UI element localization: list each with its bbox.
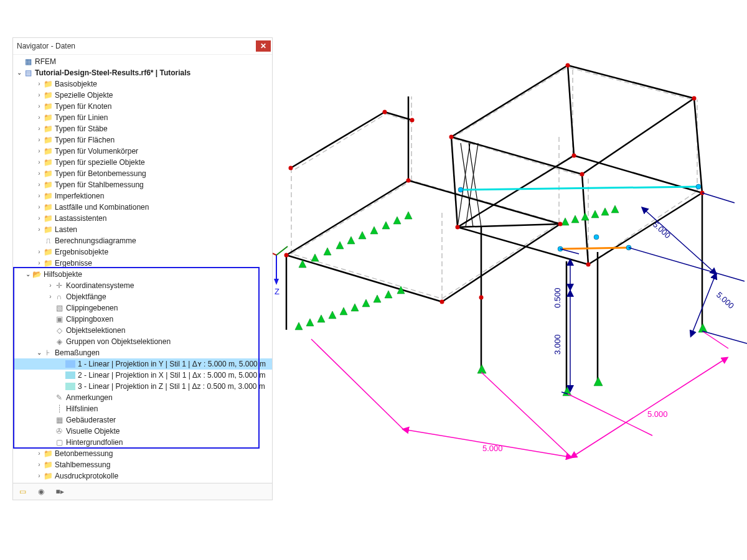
expand-arrow-icon[interactable]: › — [35, 179, 43, 190]
tree-folder[interactable]: ›📁Typen für Knoten — [14, 101, 272, 112]
tree-dimension-item[interactable]: ·1 - Linear | Projektion in Y | Stil 1 |… — [14, 358, 272, 370]
folder-icon: 📁 — [43, 90, 53, 100]
expand-arrow-icon[interactable]: › — [35, 459, 43, 470]
expand-arrow-icon[interactable]: › — [35, 90, 43, 101]
tree-item[interactable]: ›✛Koordinatensysteme — [14, 280, 272, 291]
tree-label: Typen für Flächen — [55, 134, 115, 146]
expand-arrow-icon[interactable]: › — [35, 190, 43, 202]
folder-icon: 📁 — [43, 449, 53, 459]
tree-item-berechnungsdiagramme[interactable]: ▸ ⎍ Berechnungsdiagramme — [14, 235, 272, 246]
close-button[interactable]: ✕ — [256, 40, 271, 52]
tree-item[interactable]: ›┊Hilfslinien — [14, 403, 272, 414]
tree-folder[interactable]: ›📁Typen für Flächen — [14, 134, 272, 146]
tree-label: Typen für Knoten — [55, 101, 111, 112]
svg-point-12 — [580, 172, 585, 177]
tree-item[interactable]: ›✎Anmerkungen — [14, 392, 272, 403]
expand-arrow-icon[interactable]: › — [47, 291, 54, 302]
tree-label: Spezielle Objekte — [55, 90, 113, 101]
tree-item[interactable]: ›∩Objektfänge — [14, 291, 272, 302]
folder-icon: 📁 — [43, 258, 53, 268]
expand-arrow-icon[interactable]: › — [35, 101, 43, 112]
footer-camera-button[interactable]: ■▸ — [53, 485, 67, 498]
dim-z2: 3.000 — [553, 334, 562, 355]
expand-arrow-icon[interactable]: › — [35, 157, 43, 168]
svg-point-14 — [572, 154, 576, 158]
expand-arrow-icon[interactable]: › — [35, 146, 43, 157]
folder-icon: 📁 — [43, 202, 53, 212]
tree-folder[interactable]: ›📁Typen für Linien — [14, 112, 272, 123]
expand-arrow-icon[interactable]: › — [35, 470, 43, 482]
folder-icon: 📁 — [43, 471, 53, 481]
expand-arrow-icon[interactable]: › — [47, 280, 54, 291]
expand-arrow-icon[interactable]: › — [35, 112, 43, 123]
tree-dimension-item[interactable]: ·2 - Linear | Projektion in X | Stil 1 |… — [14, 370, 272, 381]
footer-comment-button[interactable]: ▭ — [16, 485, 29, 498]
tree-folder[interactable]: ›📁Lastassistenten — [14, 213, 272, 224]
expand-arrow-icon[interactable]: › — [35, 246, 43, 258]
folder-icon: 📁 — [43, 247, 53, 257]
tree-item[interactable]: ›▣Clippingboxen — [14, 314, 272, 325]
tree-label: Ergebnisobjekte — [55, 246, 108, 258]
svg-line-29 — [702, 331, 728, 348]
tree-item[interactable]: ›▢Hintergrundfolien — [14, 437, 272, 448]
tree-label: Ergebnisse — [55, 258, 92, 269]
tree-item[interactable]: ›◈Gruppen von Objektselektionen — [14, 336, 272, 347]
tree-folder[interactable]: ›📁Typen für Stäbe — [14, 123, 272, 134]
tree-folder[interactable]: ›📁Lasten — [14, 224, 272, 235]
expand-arrow-icon[interactable]: › — [35, 134, 43, 146]
tree-folder[interactable]: ›📁Stahlbemessung — [14, 459, 272, 470]
tree-folder[interactable]: ›📁Ausdruckprotokolle — [14, 470, 272, 482]
folder-icon: 📁 — [43, 101, 53, 111]
tree-dimension-item[interactable]: ·3 - Linear | Projektion in Z | Stil 1 |… — [14, 381, 272, 392]
tree-folder-hilfsobjekte[interactable]: ⌄ 📂 Hilfsobjekte — [14, 269, 272, 280]
folder-icon: 📁 — [43, 113, 53, 123]
tree-item[interactable]: ›▧Clippingebenen — [14, 302, 272, 314]
tree-folder[interactable]: ›📁Ergebnisse — [14, 258, 272, 269]
item-icon: ◇ — [54, 325, 64, 335]
tree-label: Typen für Volumenkörper — [55, 146, 138, 157]
panel-titlebar[interactable]: Navigator - Daten ✕ — [13, 38, 272, 55]
expand-arrow-icon[interactable]: › — [35, 213, 43, 224]
item-icon: ▦ — [54, 415, 64, 425]
expand-arrow-icon[interactable]: › — [35, 224, 43, 235]
expand-arrow-icon[interactable]: › — [35, 258, 43, 269]
tree-item[interactable]: ›◇Objektselektionen — [14, 325, 272, 336]
color-swatch — [65, 383, 75, 390]
svg-point-6 — [289, 166, 293, 170]
svg-point-3 — [406, 179, 411, 183]
tree-root-rfem[interactable]: ▸ ▦ RFEM — [14, 56, 272, 67]
dim-y2: 5.000 — [715, 290, 736, 310]
navigator-tree[interactable]: ▸ ▦ RFEM ⌄ ▤ Tutorial-Design-Steel-Resul… — [13, 55, 272, 483]
svg-point-17 — [479, 296, 484, 300]
tree-folder[interactable]: ›📁Betonbemessung — [14, 448, 272, 459]
tree-folder[interactable]: ›📁Spezielle Objekte — [14, 90, 272, 101]
footer-eye-button[interactable]: ◉ — [34, 485, 48, 498]
tree-label: Typen für Linien — [55, 112, 108, 123]
tree-folder[interactable]: ›📁Ergebnisobjekte — [14, 246, 272, 258]
tree-folder[interactable]: ›📁Typen für Stahlbemessung — [14, 179, 272, 190]
tree-label: Lastfälle und Kombinationen — [55, 202, 149, 213]
tree-folder[interactable]: ›📁Lastfälle und Kombinationen — [14, 202, 272, 213]
tree-item-bemassungen[interactable]: ⌄ ⊦ Bemaßungen — [14, 347, 272, 358]
expand-arrow-icon[interactable]: › — [35, 202, 43, 213]
expand-arrow-icon[interactable]: › — [35, 168, 43, 179]
svg-point-11 — [692, 96, 697, 101]
file-icon: ▤ — [23, 68, 33, 78]
tree-label: Typen für Stahlbemessung — [55, 179, 144, 190]
tree-item[interactable]: ›▦Gebäuderaster — [14, 414, 272, 426]
tree-folder[interactable]: ›📁Basisobjekte — [14, 78, 272, 90]
expand-arrow-icon[interactable]: › — [35, 448, 43, 459]
app-icon: ▦ — [23, 57, 33, 67]
tree-folder[interactable]: ›📁Typen für spezielle Objekte — [14, 157, 272, 168]
svg-point-13 — [456, 225, 460, 230]
folder-icon: 📁 — [43, 225, 53, 235]
tree-file[interactable]: ⌄ ▤ Tutorial-Design-Steel-Results.rf6* |… — [14, 67, 272, 78]
expand-arrow-icon[interactable]: › — [35, 78, 43, 90]
tree-item[interactable]: ›✇Visuelle Objekte — [14, 426, 272, 437]
tree-folder[interactable]: ›📁Typen für Volumenkörper — [14, 146, 272, 157]
tree-folder[interactable]: ›📁Imperfektionen — [14, 190, 272, 202]
expand-arrow-icon[interactable]: › — [35, 123, 43, 134]
svg-line-37 — [629, 248, 745, 281]
folder-icon: 📁 — [43, 191, 53, 201]
tree-folder[interactable]: ›📁Typen für Betonbemessung — [14, 168, 272, 179]
